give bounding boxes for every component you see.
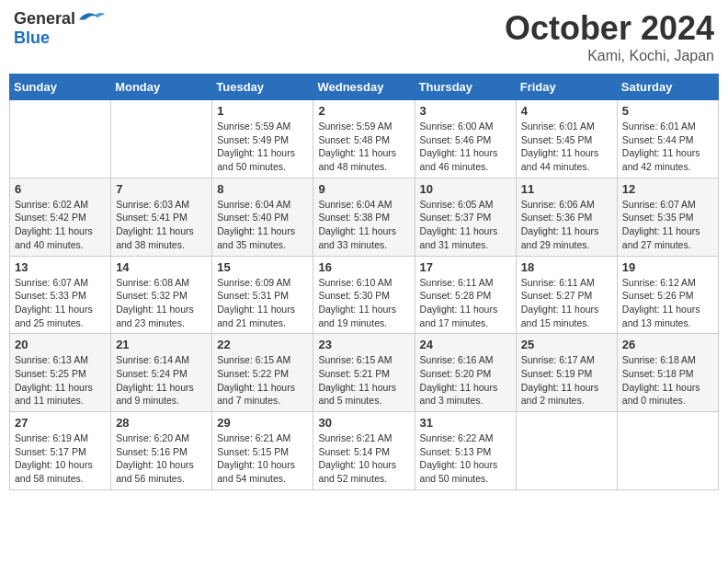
calendar-cell: 25Sunrise: 6:17 AM Sunset: 5:19 PM Dayli… [516, 334, 617, 412]
day-info: Sunrise: 6:17 AM Sunset: 5:19 PM Dayligh… [521, 353, 612, 408]
day-number: 29 [217, 416, 308, 430]
week-row-4: 20Sunrise: 6:13 AM Sunset: 5:25 PM Dayli… [10, 334, 719, 412]
day-info: Sunrise: 6:01 AM Sunset: 5:44 PM Dayligh… [622, 120, 713, 174]
logo-blue-text: Blue [14, 29, 50, 48]
day-info: Sunrise: 6:04 AM Sunset: 5:38 PM Dayligh… [318, 198, 409, 252]
day-number: 9 [318, 182, 409, 196]
location-title: Kami, Kochi, Japan [505, 48, 714, 64]
day-info: Sunrise: 6:14 AM Sunset: 5:24 PM Dayligh… [116, 353, 207, 408]
day-info: Sunrise: 5:59 AM Sunset: 5:49 PM Dayligh… [217, 120, 308, 174]
calendar-header-row: SundayMondayTuesdayWednesdayThursdayFrid… [10, 75, 719, 100]
header: General Blue October 2024 Kami, Kochi, J… [9, 9, 719, 64]
header-friday: Friday [516, 75, 617, 100]
day-number: 24 [420, 338, 511, 351]
calendar-cell: 17Sunrise: 6:11 AM Sunset: 5:28 PM Dayli… [415, 256, 516, 334]
month-title: October 2024 [505, 9, 714, 48]
day-number: 30 [318, 416, 409, 430]
day-number: 12 [622, 182, 713, 196]
calendar-cell: 27Sunrise: 6:19 AM Sunset: 5:17 PM Dayli… [10, 412, 111, 490]
calendar-cell: 4Sunrise: 6:01 AM Sunset: 5:45 PM Daylig… [516, 100, 617, 178]
day-info: Sunrise: 6:06 AM Sunset: 5:36 PM Dayligh… [521, 198, 612, 252]
calendar-cell: 2Sunrise: 5:59 AM Sunset: 5:48 PM Daylig… [313, 100, 415, 178]
calendar-cell: 20Sunrise: 6:13 AM Sunset: 5:25 PM Dayli… [10, 334, 111, 412]
day-number: 23 [318, 338, 409, 351]
calendar-cell: 6Sunrise: 6:02 AM Sunset: 5:42 PM Daylig… [10, 178, 111, 256]
day-number: 2 [318, 104, 409, 118]
calendar-cell: 16Sunrise: 6:10 AM Sunset: 5:30 PM Dayli… [313, 256, 415, 334]
calendar-cell: 22Sunrise: 6:15 AM Sunset: 5:22 PM Dayli… [212, 334, 313, 412]
calendar-cell: 18Sunrise: 6:11 AM Sunset: 5:27 PM Dayli… [516, 256, 617, 334]
day-info: Sunrise: 6:16 AM Sunset: 5:20 PM Dayligh… [420, 353, 511, 408]
day-number: 10 [420, 182, 511, 196]
day-number: 4 [521, 104, 612, 118]
day-info: Sunrise: 5:59 AM Sunset: 5:48 PM Dayligh… [318, 120, 409, 174]
header-tuesday: Tuesday [212, 75, 313, 100]
logo-bird-icon [77, 10, 105, 29]
day-info: Sunrise: 6:13 AM Sunset: 5:25 PM Dayligh… [15, 353, 106, 408]
day-number: 28 [116, 416, 207, 430]
day-info: Sunrise: 6:21 AM Sunset: 5:15 PM Dayligh… [217, 431, 308, 486]
day-info: Sunrise: 6:19 AM Sunset: 5:17 PM Dayligh… [15, 431, 106, 486]
day-number: 21 [116, 338, 207, 351]
week-row-1: 1Sunrise: 5:59 AM Sunset: 5:49 PM Daylig… [10, 100, 719, 178]
day-number: 6 [15, 182, 106, 196]
day-number: 11 [521, 182, 612, 196]
day-info: Sunrise: 6:04 AM Sunset: 5:40 PM Dayligh… [217, 198, 308, 252]
day-number: 1 [217, 104, 308, 118]
week-row-2: 6Sunrise: 6:02 AM Sunset: 5:42 PM Daylig… [10, 178, 719, 256]
calendar-cell: 10Sunrise: 6:05 AM Sunset: 5:37 PM Dayli… [415, 178, 516, 256]
day-info: Sunrise: 6:15 AM Sunset: 5:21 PM Dayligh… [318, 353, 409, 408]
calendar-cell: 1Sunrise: 5:59 AM Sunset: 5:49 PM Daylig… [212, 100, 313, 178]
day-info: Sunrise: 6:05 AM Sunset: 5:37 PM Dayligh… [420, 198, 511, 252]
day-info: Sunrise: 6:10 AM Sunset: 5:30 PM Dayligh… [318, 276, 409, 330]
week-row-5: 27Sunrise: 6:19 AM Sunset: 5:17 PM Dayli… [10, 412, 719, 490]
header-saturday: Saturday [617, 75, 718, 100]
day-number: 13 [15, 260, 106, 274]
calendar-table: SundayMondayTuesdayWednesdayThursdayFrid… [9, 74, 719, 490]
calendar-cell: 12Sunrise: 6:07 AM Sunset: 5:35 PM Dayli… [617, 178, 718, 256]
calendar-cell: 5Sunrise: 6:01 AM Sunset: 5:44 PM Daylig… [617, 100, 718, 178]
day-info: Sunrise: 6:09 AM Sunset: 5:31 PM Dayligh… [217, 276, 308, 330]
calendar-cell: 15Sunrise: 6:09 AM Sunset: 5:31 PM Dayli… [212, 256, 313, 334]
day-info: Sunrise: 6:12 AM Sunset: 5:26 PM Dayligh… [622, 276, 713, 330]
day-info: Sunrise: 6:11 AM Sunset: 5:27 PM Dayligh… [521, 276, 612, 330]
day-number: 27 [15, 416, 106, 430]
day-number: 25 [521, 338, 612, 351]
calendar-cell: 29Sunrise: 6:21 AM Sunset: 5:15 PM Dayli… [212, 412, 313, 490]
calendar-cell: 14Sunrise: 6:08 AM Sunset: 5:32 PM Dayli… [111, 256, 212, 334]
logo-general-text: General [14, 9, 75, 29]
day-info: Sunrise: 6:08 AM Sunset: 5:32 PM Dayligh… [116, 276, 207, 330]
calendar-cell [111, 100, 212, 178]
calendar-cell: 23Sunrise: 6:15 AM Sunset: 5:21 PM Dayli… [313, 334, 415, 412]
calendar-cell: 24Sunrise: 6:16 AM Sunset: 5:20 PM Dayli… [415, 334, 516, 412]
day-info: Sunrise: 6:18 AM Sunset: 5:18 PM Dayligh… [622, 353, 713, 408]
day-number: 22 [217, 338, 308, 351]
day-info: Sunrise: 6:22 AM Sunset: 5:13 PM Dayligh… [420, 431, 511, 486]
day-info: Sunrise: 6:07 AM Sunset: 5:33 PM Dayligh… [15, 276, 106, 330]
calendar-cell: 19Sunrise: 6:12 AM Sunset: 5:26 PM Dayli… [617, 256, 718, 334]
day-number: 7 [116, 182, 207, 196]
calendar-cell: 26Sunrise: 6:18 AM Sunset: 5:18 PM Dayli… [617, 334, 718, 412]
day-info: Sunrise: 6:07 AM Sunset: 5:35 PM Dayligh… [622, 198, 713, 252]
calendar-cell: 8Sunrise: 6:04 AM Sunset: 5:40 PM Daylig… [212, 178, 313, 256]
day-info: Sunrise: 6:03 AM Sunset: 5:41 PM Dayligh… [116, 198, 207, 252]
day-number: 5 [622, 104, 713, 118]
calendar-cell: 28Sunrise: 6:20 AM Sunset: 5:16 PM Dayli… [111, 412, 212, 490]
day-info: Sunrise: 6:20 AM Sunset: 5:16 PM Dayligh… [116, 431, 207, 486]
day-number: 14 [116, 260, 207, 274]
calendar-cell: 21Sunrise: 6:14 AM Sunset: 5:24 PM Dayli… [111, 334, 212, 412]
day-number: 16 [318, 260, 409, 274]
day-number: 8 [217, 182, 308, 196]
day-info: Sunrise: 6:00 AM Sunset: 5:46 PM Dayligh… [420, 120, 511, 174]
calendar-cell: 9Sunrise: 6:04 AM Sunset: 5:38 PM Daylig… [313, 178, 415, 256]
day-number: 3 [420, 104, 511, 118]
header-wednesday: Wednesday [313, 75, 415, 100]
day-number: 20 [15, 338, 106, 351]
day-info: Sunrise: 6:01 AM Sunset: 5:45 PM Dayligh… [521, 120, 612, 174]
calendar-cell: 13Sunrise: 6:07 AM Sunset: 5:33 PM Dayli… [10, 256, 111, 334]
day-info: Sunrise: 6:15 AM Sunset: 5:22 PM Dayligh… [217, 353, 308, 408]
day-number: 17 [420, 260, 511, 274]
calendar-cell [617, 412, 718, 490]
day-number: 26 [622, 338, 713, 351]
day-number: 18 [521, 260, 612, 274]
